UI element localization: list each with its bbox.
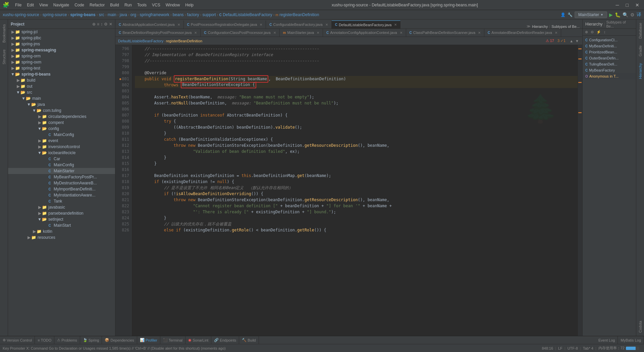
hierarchy-expand-icon[interactable]: ⊕: [584, 30, 589, 35]
tab-close[interactable]: ✕: [555, 31, 557, 35]
tab-close[interactable]: ✕: [325, 23, 328, 27]
tab-close[interactable]: ✕: [177, 23, 180, 27]
sidebar-item-mainconfig2[interactable]: ▶CMainConfig: [8, 162, 115, 168]
next-arrow[interactable]: ▼: [575, 39, 580, 43]
bc-springframework[interactable]: springframework: [140, 12, 169, 17]
sidebar-item-parsebean[interactable]: ▶📁parsebeandefinition: [8, 210, 115, 216]
memory-indicator[interactable]: 内存使用率：72: [596, 346, 641, 351]
menu-vcs[interactable]: VCS: [150, 2, 163, 8]
code-editor[interactable]: 796 797 798 799 800 ●801 802 803 804 805…: [115, 45, 582, 336]
tab-annotation-config[interactable]: C AnnotationConfigApplicationContext.jav…: [323, 29, 406, 37]
bc-support[interactable]: support: [203, 12, 216, 17]
sidebar-item-src[interactable]: ▼📂src: [8, 89, 115, 95]
sidebar-item-myinstantiation[interactable]: ▶CMyInstantiationAware...: [8, 192, 115, 198]
minimize-button[interactable]: ─: [614, 2, 621, 8]
tab-configclass-postprocessor[interactable]: C ConfigurationClassPostProcessor.java ✕: [201, 29, 279, 37]
sidebar-item-com-tuling[interactable]: ▼📂com.tuling: [8, 107, 115, 114]
hierarchy-item-anonymous[interactable]: O Anonymous in T...: [583, 73, 636, 79]
sidebar-item-event[interactable]: ▶📁event: [8, 138, 115, 144]
run-config-selector[interactable]: MainStarter ▼: [575, 11, 607, 18]
bc-method[interactable]: m registerBeanDefinition: [276, 12, 319, 17]
bc-src[interactable]: src: [99, 12, 104, 17]
sidebar-item-kotlin[interactable]: ▶📁kotlin: [8, 228, 115, 234]
sidebar-item-mybeanfactory[interactable]: ▶CMyBeanFactoryPostPr...: [8, 174, 115, 180]
hierarchy-vert-tab[interactable]: Hierarchy: [637, 60, 644, 82]
bc-factory[interactable]: factory: [187, 12, 199, 17]
status-encoding[interactable]: UTF-8: [566, 346, 580, 350]
sidebar-external-icon[interactable]: ⊕: [92, 22, 96, 27]
menu-code[interactable]: Code: [72, 2, 87, 8]
sidebar-item-java[interactable]: ▼📂java: [8, 101, 115, 107]
close-button[interactable]: ✕: [633, 2, 641, 8]
menu-build[interactable]: Build: [108, 2, 121, 8]
maximize-button[interactable]: □: [624, 2, 631, 8]
tab-annotated-reader[interactable]: C AnnotatedBeanDefinitionReader.java ✕: [484, 29, 561, 37]
sidebar-item-ioc[interactable]: ▶📁inversionofcontrol: [8, 144, 115, 150]
error-count[interactable]: ⚠ 17: [546, 39, 554, 43]
sidebar-item-compent[interactable]: ▶📁compent: [8, 120, 115, 126]
debug-button[interactable]: 🐛: [615, 12, 621, 17]
bookmarks-tab[interactable]: Bookmarks: [1, 21, 7, 46]
sidebar-item-car[interactable]: ▶CCar: [8, 156, 115, 162]
menu-tools[interactable]: Tools: [135, 2, 149, 8]
bc-beans[interactable]: beans: [173, 12, 184, 17]
bc-main[interactable]: main: [108, 12, 116, 17]
terminal-tab[interactable]: ⬛ Terminal: [160, 336, 186, 344]
tab-configurable-bean[interactable]: C ConfigurableBeanFactory.java ✕: [266, 20, 331, 29]
codota-tab[interactable]: Codota: [637, 317, 644, 336]
bc-class[interactable]: C DefaultListableBeanFactory: [219, 12, 272, 17]
sidebar-close-icon[interactable]: ✕: [109, 22, 112, 27]
sidebar-item-spring-jdbc[interactable]: ▶📁spring-jdbc: [8, 35, 115, 41]
sidebar-item-tank[interactable]: ▶CTank: [8, 198, 115, 204]
structure-tab[interactable]: Structure: [1, 46, 7, 68]
tab-close[interactable]: ✕: [400, 31, 402, 35]
bc-org[interactable]: org: [130, 12, 136, 17]
status-position[interactable]: 848:16: [540, 346, 555, 350]
menu-refactor[interactable]: Refactor: [87, 2, 107, 8]
menu-file[interactable]: File: [13, 2, 24, 8]
menu-edit[interactable]: Edit: [24, 2, 36, 8]
version-control-tab[interactable]: ⊕ Version Control: [0, 336, 35, 344]
tab-close[interactable]: ✕: [394, 23, 397, 27]
hierarchy-item-mybeandef[interactable]: C MyBeanDefiniti...: [583, 43, 636, 49]
dependencies-tab[interactable]: 📦 Dependencies: [102, 336, 137, 344]
code-editor-content[interactable]: //--------------------------------------…: [131, 45, 578, 336]
hierarchy-collapse-icon[interactable]: ⊖: [590, 30, 595, 35]
spring-tab[interactable]: 🍃 Spring: [80, 336, 102, 344]
hierarchy-sort-icon[interactable]: ↕: [603, 30, 607, 35]
sidebar-item-spring-oxm[interactable]: ▶📁spring-oxm: [8, 59, 115, 65]
bc-spring-source[interactable]: spring-source: [43, 12, 67, 17]
bc-class-link[interactable]: DefaultListableBeanFactory: [118, 39, 163, 43]
bc-spring-beans[interactable]: spring-beans: [70, 12, 95, 17]
database-tab[interactable]: Database: [637, 19, 644, 42]
hierarchy-item-outer[interactable]: C OuterBeanDefin...: [583, 55, 636, 61]
sidebar-item-spring-messaging[interactable]: ▶📁spring-messaging: [8, 47, 115, 53]
bc-method-link[interactable]: registerBeanDefinition: [166, 39, 202, 43]
sidebar-settings-icon[interactable]: ⚙: [104, 22, 108, 27]
settings-gear-icon[interactable]: ⚙: [630, 12, 635, 17]
sidebar-item-spring-test[interactable]: ▶📁spring-test: [8, 65, 115, 71]
sidebar-item-resources[interactable]: ▶📁resources: [8, 234, 115, 240]
bc-xushu[interactable]: xushu-spring-source: [3, 12, 39, 17]
build-tab[interactable]: 🔨 Build: [239, 336, 259, 344]
hierarchy-filter-icon[interactable]: ⚡: [595, 30, 602, 35]
menu-navigate[interactable]: Navigate: [51, 2, 71, 8]
sidebar-item-spring-tl-beans[interactable]: ▼📂spring-tl-beans: [8, 71, 115, 77]
run-button[interactable]: ▶: [609, 12, 613, 17]
status-lf[interactable]: LF: [556, 346, 565, 350]
editor-scrollbar[interactable]: [578, 45, 582, 336]
tab-overflow-btn[interactable]: ≫: [527, 24, 531, 29]
sidebar-sort-icon[interactable]: ≡: [97, 22, 99, 27]
profiler-tab[interactable]: 📊 Profiler: [137, 336, 160, 344]
sidebar-item-circular[interactable]: ▶📁circulardependencies: [8, 114, 115, 120]
hierarchy-item-configclass[interactable]: C ConfigurationCl...: [583, 37, 636, 43]
sidebar-item-build[interactable]: ▶📁build: [8, 77, 115, 83]
sidebar-item-mainstarter[interactable]: ▶CMainStarter: [8, 168, 115, 174]
hierarchy-item-tuling[interactable]: C TulingBeanDefi...: [583, 61, 636, 67]
hierarchy-item-prioritized[interactable]: C PrioritizedBean...: [583, 49, 636, 55]
warning-count[interactable]: 3 ✓1: [557, 39, 566, 43]
sidebar-item-spring-jms[interactable]: ▶📁spring-jms: [8, 41, 115, 47]
sidebar-item-main[interactable]: ▼📂main: [8, 95, 115, 101]
sidebar-item-setinject[interactable]: ▼📂setInject: [8, 216, 115, 222]
hierarchy-item-mybeanfactory[interactable]: C MyBeanFactory: [583, 67, 636, 73]
